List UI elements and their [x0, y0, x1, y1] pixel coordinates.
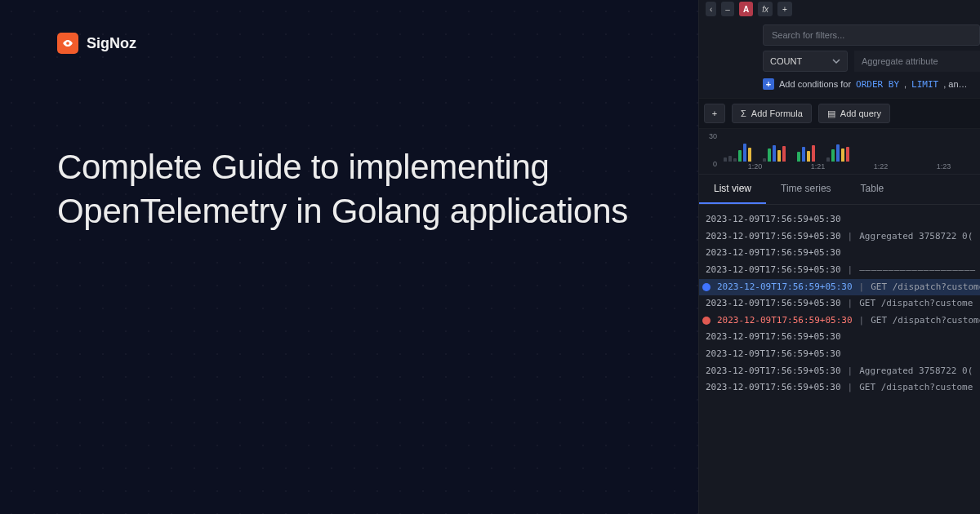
conditions-row[interactable]: + Add conditions for ORDER BY , LIMIT , … [763, 78, 980, 90]
chart-bars [724, 134, 975, 162]
log-body: GET /dispatch?custome [871, 282, 980, 293]
chart-bar [738, 150, 742, 162]
aggregate-row: COUNT Aggregate attribute [763, 51, 980, 72]
aggregate-attribute-placeholder: Aggregate attribute [862, 56, 938, 66]
plus-icon: + [712, 109, 717, 118]
add-query-button[interactable]: ▤ Add query [818, 104, 890, 123]
chart-bar [841, 148, 844, 162]
chart-bar [724, 157, 727, 162]
log-timestamp: 2023-12-09T17:56:59+05:30 [717, 282, 853, 293]
chart-bar [763, 158, 766, 162]
tab-list-view[interactable]: List view [699, 175, 766, 204]
chart-y-axis: 30 0 [699, 132, 720, 168]
doc-icon: ▤ [827, 109, 835, 119]
log-timestamp: 2023-12-09T17:56:59+05:30 [706, 349, 841, 360]
log-body: ———————————————————— [859, 265, 975, 276]
query-letter-chip[interactable]: A [739, 2, 753, 16]
chart-bar [826, 157, 830, 162]
log-row[interactable]: 2023-12-09T17:56:59+05:30|GET /dispatch?… [699, 279, 980, 296]
query-panel: ‹ – A fx + Search for filters... COUNT A… [698, 0, 980, 514]
log-separator: | [848, 366, 853, 377]
aggregate-attribute-input[interactable]: Aggregate attribute [854, 51, 980, 72]
brand-logo: SigNoz [57, 33, 136, 54]
log-row[interactable]: 2023-12-09T17:56:59+05:30|Aggregated 375… [699, 228, 980, 246]
log-row[interactable]: 2023-12-09T17:56:59+05:30 [699, 211, 980, 228]
chart-bar [831, 149, 835, 162]
chart-bar [768, 148, 771, 162]
view-tabs: List view Time series Table [699, 175, 980, 205]
x-tick: 1:23 [912, 162, 975, 174]
log-row[interactable]: 2023-12-09T17:56:59+05:30|GET /dispatch?… [699, 295, 980, 312]
log-body: Aggregated 3758722 0( [859, 232, 973, 242]
log-row[interactable]: 2023-12-09T17:56:59+05:30 [699, 245, 980, 262]
chart-bar [797, 152, 800, 162]
query-actions: + Σ Add Formula ▤ Add query [699, 98, 980, 129]
chart-bar [748, 148, 751, 162]
plus-icon[interactable]: + [777, 2, 792, 16]
log-body: Aggregated 3758722 0( [859, 366, 973, 377]
order-by-keyword: ORDER BY [856, 79, 899, 90]
x-tick: 1:22 [849, 162, 912, 174]
log-row[interactable]: 2023-12-09T17:56:59+05:30|Aggregated 375… [699, 363, 980, 380]
filter-search-placeholder: Search for filters... [772, 30, 844, 40]
log-body: GET /dispatch?custome [859, 383, 973, 393]
chart-bar [728, 156, 732, 162]
log-separator: | [859, 282, 865, 293]
plus-icon[interactable]: + [763, 78, 774, 90]
log-timestamp: 2023-12-09T17:56:59+05:30 [706, 215, 841, 225]
tab-table[interactable]: Table [846, 175, 899, 204]
eye-icon [62, 38, 74, 49]
log-timestamp: 2023-12-09T17:56:59+05:30 [706, 332, 841, 343]
log-timestamp: 2023-12-09T17:56:59+05:30 [706, 299, 841, 309]
log-row[interactable]: 2023-12-09T17:56:59+05:30|——————————————… [699, 262, 980, 279]
chart-bar [782, 146, 786, 162]
conditions-tail: , an… [943, 79, 967, 89]
log-timestamp: 2023-12-09T17:56:59+05:30 [717, 316, 853, 326]
chart-bar [743, 144, 746, 162]
mini-bar-chart: 30 0 1:20 1:21 1:22 1:23 [699, 129, 980, 175]
add-formula-button[interactable]: Σ Add Formula [732, 104, 812, 123]
log-timestamp: 2023-12-09T17:56:59+05:30 [706, 366, 841, 377]
log-body: GET /dispatch?custome [871, 316, 980, 326]
chart-bar [836, 144, 840, 162]
log-separator: | [848, 265, 853, 276]
log-timestamp: 2023-12-09T17:56:59+05:30 [706, 265, 841, 276]
log-timestamp: 2023-12-09T17:56:59+05:30 [706, 248, 841, 259]
chart-bar [773, 145, 776, 162]
dash-icon[interactable]: – [721, 2, 734, 16]
log-separator: | [859, 316, 865, 326]
chevron-down-icon [832, 57, 840, 65]
query-builder: ‹ – A fx + Search for filters... COUNT A… [699, 0, 980, 129]
log-separator: | [848, 299, 853, 309]
query-builder-toolbar: ‹ – A fx + [699, 0, 980, 21]
chevron-left-icon[interactable]: ‹ [706, 2, 716, 16]
y-tick-top: 30 [699, 132, 717, 140]
fx-chip[interactable]: fx [758, 2, 773, 16]
log-row[interactable]: 2023-12-09T17:56:59+05:30 [699, 329, 980, 346]
filter-search-input[interactable]: Search for filters... [763, 24, 980, 46]
chart-bar [807, 151, 810, 162]
svg-point-0 [66, 42, 69, 45]
log-row[interactable]: 2023-12-09T17:56:59+05:30|GET /dispatch?… [699, 379, 980, 397]
log-body: GET /dispatch?custome [859, 299, 973, 309]
x-tick: 1:21 [786, 162, 849, 174]
limit-keyword: LIMIT [911, 79, 938, 90]
log-list: 2023-12-09T17:56:59+05:302023-12-09T17:5… [699, 205, 980, 403]
aggregate-function-select[interactable]: COUNT [763, 51, 848, 72]
conditions-prefix: Add conditions for [779, 79, 851, 89]
tab-time-series[interactable]: Time series [766, 175, 846, 204]
brand-name: SigNoz [87, 35, 136, 52]
page-title: Complete Guide to implementing OpenTelem… [57, 145, 645, 233]
log-row[interactable]: 2023-12-09T17:56:59+05:30|GET /dispatch?… [699, 312, 980, 330]
chart-bar [733, 158, 737, 162]
aggregate-function-value: COUNT [770, 56, 802, 66]
y-tick-bottom: 0 [699, 160, 717, 168]
log-separator: | [848, 232, 853, 242]
add-query-label: Add query [840, 109, 881, 118]
log-row[interactable]: 2023-12-09T17:56:59+05:30 [699, 346, 980, 363]
add-button[interactable]: + [704, 104, 725, 123]
status-dot-icon [702, 283, 710, 291]
log-timestamp: 2023-12-09T17:56:59+05:30 [706, 232, 841, 242]
chart-bar [777, 150, 781, 162]
chart-bar [812, 145, 815, 162]
